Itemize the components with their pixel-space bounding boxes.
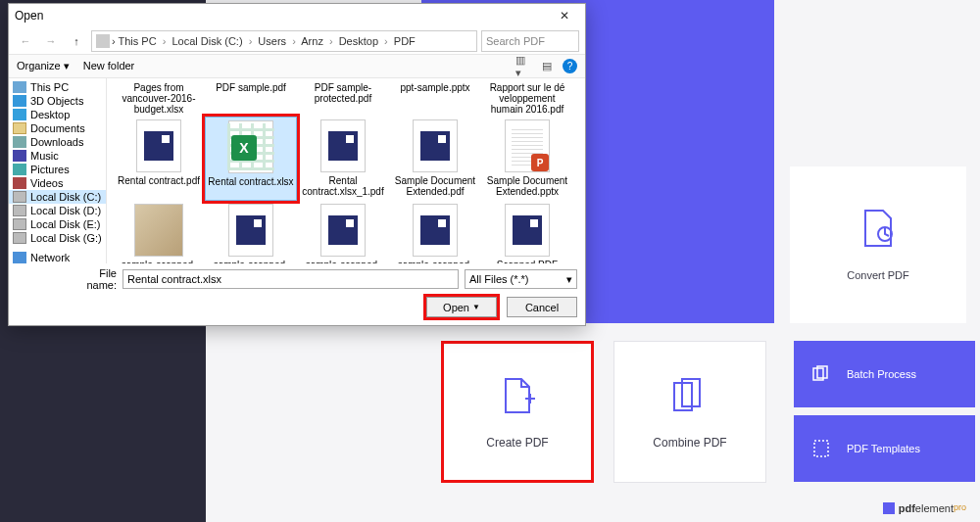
dialog-title: Open (15, 9, 43, 23)
breadcrumb-bar[interactable]: › This PC › Local Disk (C:) › Users › Ar… (91, 30, 477, 52)
create-pdf-icon (500, 375, 535, 416)
folder-icon (13, 164, 26, 175)
back-button[interactable]: ← (15, 30, 36, 52)
search-placeholder: Search PDF (486, 35, 545, 47)
logo-square-icon (883, 502, 895, 514)
file-thumbnail (131, 119, 186, 173)
file-item[interactable]: ppt-sample.pptx (389, 80, 481, 117)
convert-icon (861, 209, 895, 248)
folder-icon (13, 150, 26, 162)
file-item[interactable]: Rental contract.pdf (113, 117, 205, 201)
tree-item[interactable]: Pictures (9, 163, 106, 176)
view-details-button[interactable]: ▤ (539, 59, 555, 74)
file-item[interactable]: Sample Document Extended.pdf (389, 117, 481, 201)
tree-item[interactable]: This PC (9, 80, 106, 94)
navigation-tree[interactable]: This PC3D ObjectsDesktopDocumentsDownloa… (9, 78, 107, 263)
file-item[interactable]: PDF sample.pdf (205, 80, 297, 117)
templates-icon (811, 439, 831, 458)
tile-label: Combine PDF (653, 436, 726, 450)
tree-item[interactable]: Local Disk (E:) (9, 217, 106, 231)
pc-icon (96, 34, 110, 48)
pdfelement-logo: pdfelementpro (883, 502, 966, 514)
folder-icon (13, 205, 26, 216)
tree-item[interactable]: Local Disk (C:) (9, 190, 106, 204)
file-list[interactable]: Pages from vancouver-2016-budget.xlsxPDF… (107, 78, 585, 263)
folder-icon (13, 95, 26, 107)
convert-pdf-tile[interactable]: Convert PDF (790, 166, 966, 323)
view-icons-button[interactable]: ▥ ▾ (515, 59, 531, 74)
search-input[interactable]: Search PDF (481, 30, 579, 52)
file-item[interactable]: PDF sample-protected.pdf (297, 80, 389, 117)
file-thumbnail (223, 203, 278, 258)
help-button[interactable]: ? (563, 59, 577, 73)
tree-item[interactable]: Music (9, 149, 106, 163)
file-item[interactable]: sample-scanned-picture_2.pdf (205, 201, 297, 263)
combine-pdf-tile[interactable]: Combine PDF (613, 341, 766, 483)
file-item[interactable]: Rapport sur le dé veloppement humain 201… (481, 80, 573, 117)
file-item[interactable]: sample-scanned-picture.png (113, 201, 205, 263)
tree-item[interactable]: 3D Objects (9, 94, 106, 108)
organize-menu[interactable]: Organize ▾ (17, 60, 70, 72)
tree-item[interactable]: Videos (9, 176, 106, 190)
file-thumbnail (408, 119, 463, 173)
pdf-templates-tile[interactable]: PDF Templates (794, 415, 975, 482)
tree-item[interactable]: Downloads (9, 135, 106, 149)
file-item[interactable]: sample-scanned-picture_3.pdf (297, 201, 389, 263)
file-item[interactable]: PSample Document Extended.pptx (481, 117, 573, 201)
mini-label: PDF Templates (847, 443, 920, 454)
folder-icon (13, 177, 26, 189)
cancel-button[interactable]: Cancel (507, 297, 577, 317)
svg-rect-3 (814, 441, 828, 456)
open-button[interactable]: Open▼ (426, 297, 497, 317)
folder-icon (13, 218, 26, 230)
file-item[interactable]: Rental contract.xlsx_1.pdf (297, 117, 389, 201)
up-button[interactable]: ↑ (66, 30, 87, 52)
tile-label: Create PDF (486, 436, 548, 450)
file-item[interactable]: Scanned PDF sample.pdf (481, 201, 573, 263)
tree-item[interactable]: Desktop (9, 108, 106, 121)
file-thumbnail: P (500, 119, 555, 173)
file-item[interactable]: sample-scanned-picture_3_OCR.pdf (389, 201, 481, 263)
folder-icon (13, 191, 26, 203)
file-thumbnail (316, 119, 370, 173)
open-file-dialog: Open ✕ ← → ↑ › This PC › Local Disk (C:)… (8, 3, 586, 326)
tree-item[interactable]: Local Disk (D:) (9, 204, 106, 217)
file-thumbnail (316, 203, 370, 258)
file-thumbnail: X (223, 119, 278, 174)
tree-item[interactable]: Documents (9, 121, 106, 135)
combine-pdf-icon (670, 375, 710, 416)
forward-button[interactable]: → (40, 30, 62, 52)
filename-label: File name: (68, 267, 117, 291)
batch-icon (811, 364, 831, 384)
file-item[interactable]: Pages from vancouver-2016-budget.xlsx (113, 80, 205, 117)
folder-icon (13, 136, 26, 148)
file-item[interactable]: XRental contract.xlsx (205, 117, 297, 201)
tiles-row: Create PDF Combine PDF (441, 341, 766, 483)
file-type-filter[interactable]: All Files (*.*)▾ (465, 269, 577, 289)
file-thumbnail (131, 203, 186, 258)
folder-icon (13, 122, 26, 134)
batch-process-tile[interactable]: Batch Process (794, 341, 975, 407)
close-button[interactable]: ✕ (550, 9, 579, 23)
folder-icon (13, 232, 26, 244)
folder-icon (13, 109, 26, 120)
dialog-titlebar: Open ✕ (9, 4, 585, 27)
filename-input[interactable] (122, 269, 459, 289)
file-thumbnail (408, 203, 463, 258)
new-folder-button[interactable]: New folder (83, 60, 135, 72)
mini-label: Batch Process (847, 368, 916, 380)
tree-item[interactable]: Network (9, 251, 106, 263)
create-pdf-tile[interactable]: Create PDF (441, 341, 594, 483)
file-thumbnail (500, 203, 555, 258)
convert-label: Convert PDF (847, 269, 909, 281)
folder-icon (13, 252, 26, 263)
tree-item[interactable]: Local Disk (G:) (9, 231, 106, 245)
folder-icon (13, 81, 26, 93)
